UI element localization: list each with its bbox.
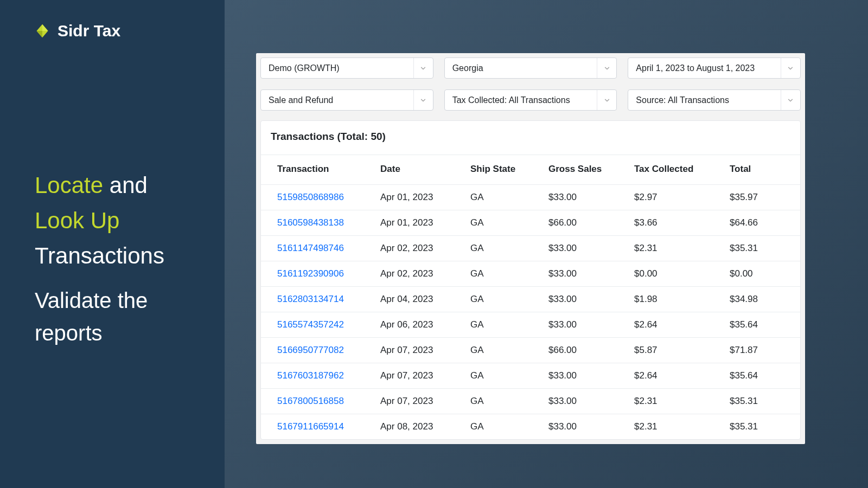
transactions-table: Transaction Date Ship State Gross Sales … [261, 155, 800, 439]
cell-total: $71.87 [722, 338, 800, 363]
filters-row: Demo (GROWTH) Georgia April 1, 2023 to A… [260, 57, 801, 111]
table-row: 5167800516858Apr 07, 2023GA$33.00$2.31$3… [261, 389, 800, 414]
transaction-link[interactable]: 5161147498746 [277, 243, 344, 253]
source-dropdown[interactable]: Source: All Transactions [628, 89, 801, 111]
state-dropdown[interactable]: Georgia [444, 57, 617, 79]
table-header-row: Transaction Date Ship State Gross Sales … [261, 155, 800, 185]
cell-gross-sales: $33.00 [541, 414, 627, 440]
subheading-line-1: Validate the [35, 288, 148, 312]
cell-tax-collected: $2.31 [627, 389, 722, 414]
transaction-link[interactable]: 5166950777082 [277, 345, 344, 355]
cell-ship-state: GA [463, 236, 541, 261]
transaction-link[interactable]: 5160598438138 [277, 217, 344, 228]
type-dropdown[interactable]: Sale and Refund [260, 89, 433, 111]
cell-gross-sales: $33.00 [541, 185, 627, 210]
cell-tax-collected: $2.97 [627, 185, 722, 210]
cell-total: $35.31 [722, 236, 800, 261]
cell-total: $35.64 [722, 363, 800, 389]
account-dropdown[interactable]: Demo (GROWTH) [260, 57, 433, 79]
table-row: 5161192390906Apr 02, 2023GA$33.00$0.00$0… [261, 261, 800, 287]
transaction-link[interactable]: 5167911665914 [277, 421, 344, 432]
cell-gross-sales: $33.00 [541, 312, 627, 338]
marketing-heading: Locate and Look Up Transactions [35, 168, 190, 273]
cell-date: Apr 06, 2023 [373, 312, 463, 338]
cell-ship-state: GA [463, 338, 541, 363]
cell-total: $35.31 [722, 414, 800, 440]
cell-ship-state: GA [463, 363, 541, 389]
tax-collected-dropdown[interactable]: Tax Collected: All Transactions [444, 89, 617, 111]
cell-total: $0.00 [722, 261, 800, 287]
cell-tax-collected: $2.64 [627, 312, 722, 338]
transaction-link[interactable]: 5161192390906 [277, 268, 344, 279]
cell-ship-state: GA [463, 287, 541, 312]
table-row: 5167911665914Apr 08, 2023GA$33.00$2.31$3… [261, 414, 800, 440]
col-gross-sales: Gross Sales [541, 155, 627, 185]
heading-word-and: and [110, 172, 148, 198]
table-row: 5159850868986Apr 01, 2023GA$33.00$2.97$3… [261, 185, 800, 210]
cell-date: Apr 01, 2023 [373, 185, 463, 210]
heading-accent-2: Look Up [35, 208, 119, 233]
cell-tax-collected: $3.66 [627, 210, 722, 236]
transaction-link[interactable]: 5162803134714 [277, 294, 344, 304]
table-row: 5162803134714Apr 04, 2023GA$33.00$1.98$3… [261, 287, 800, 312]
cell-tax-collected: $1.98 [627, 287, 722, 312]
cell-ship-state: GA [463, 389, 541, 414]
cell-total: $35.64 [722, 312, 800, 338]
cell-date: Apr 02, 2023 [373, 236, 463, 261]
cell-ship-state: GA [463, 210, 541, 236]
chevron-down-icon [413, 58, 433, 78]
subheading-line-2: reports [35, 321, 103, 345]
account-dropdown-label: Demo (GROWTH) [261, 63, 347, 73]
cell-date: Apr 07, 2023 [373, 363, 463, 389]
table-row: 5166950777082Apr 07, 2023GA$66.00$5.87$7… [261, 338, 800, 363]
state-dropdown-label: Georgia [445, 63, 491, 73]
cell-date: Apr 02, 2023 [373, 261, 463, 287]
transaction-link[interactable]: 5167800516858 [277, 396, 344, 406]
cell-gross-sales: $66.00 [541, 338, 627, 363]
cell-date: Apr 04, 2023 [373, 287, 463, 312]
transaction-link[interactable]: 5167603187962 [277, 370, 344, 381]
marketing-subheading: Validate the reports [35, 284, 190, 349]
cell-gross-sales: $33.00 [541, 287, 627, 312]
table-row: 5161147498746Apr 02, 2023GA$33.00$2.31$3… [261, 236, 800, 261]
brand-name: Sidr Tax [58, 22, 120, 40]
cell-total: $34.98 [722, 287, 800, 312]
sidebar: Sidr Tax Locate and Look Up Transactions… [0, 0, 225, 488]
cell-gross-sales: $33.00 [541, 236, 627, 261]
cell-tax-collected: $2.31 [627, 414, 722, 440]
cell-gross-sales: $33.00 [541, 363, 627, 389]
cell-ship-state: GA [463, 312, 541, 338]
table-row: 5165574357242Apr 06, 2023GA$33.00$2.64$3… [261, 312, 800, 338]
date-range-dropdown[interactable]: April 1, 2023 to August 1, 2023 [628, 57, 801, 79]
source-dropdown-label: Source: All Transactions [628, 95, 737, 105]
table-title: Transactions (Total: 50) [261, 121, 800, 155]
cell-date: Apr 07, 2023 [373, 389, 463, 414]
cell-total: $64.66 [722, 210, 800, 236]
cell-total: $35.31 [722, 389, 800, 414]
chevron-down-icon [781, 90, 800, 110]
heading-word-transactions: Transactions [35, 243, 164, 268]
cell-gross-sales: $66.00 [541, 210, 627, 236]
transaction-link[interactable]: 5165574357242 [277, 319, 344, 330]
transactions-panel: Demo (GROWTH) Georgia April 1, 2023 to A… [256, 53, 805, 444]
cell-gross-sales: $33.00 [541, 261, 627, 287]
brand-row: Sidr Tax [35, 22, 190, 40]
col-ship-state: Ship State [463, 155, 541, 185]
col-transaction: Transaction [261, 155, 373, 185]
cell-date: Apr 01, 2023 [373, 210, 463, 236]
table-row: 5167603187962Apr 07, 2023GA$33.00$2.64$3… [261, 363, 800, 389]
cell-tax-collected: $5.87 [627, 338, 722, 363]
transaction-link[interactable]: 5159850868986 [277, 192, 344, 202]
heading-accent-1: Locate [35, 172, 103, 198]
cell-ship-state: GA [463, 185, 541, 210]
main-area: Demo (GROWTH) Georgia April 1, 2023 to A… [225, 0, 868, 488]
cell-total: $35.97 [722, 185, 800, 210]
cell-date: Apr 07, 2023 [373, 338, 463, 363]
table-row: 5160598438138Apr 01, 2023GA$66.00$3.66$6… [261, 210, 800, 236]
date-range-dropdown-label: April 1, 2023 to August 1, 2023 [628, 63, 762, 73]
transactions-card: Transactions (Total: 50) Transaction Dat… [260, 120, 801, 440]
chevron-down-icon [413, 90, 433, 110]
cell-ship-state: GA [463, 261, 541, 287]
cell-gross-sales: $33.00 [541, 389, 627, 414]
col-date: Date [373, 155, 463, 185]
